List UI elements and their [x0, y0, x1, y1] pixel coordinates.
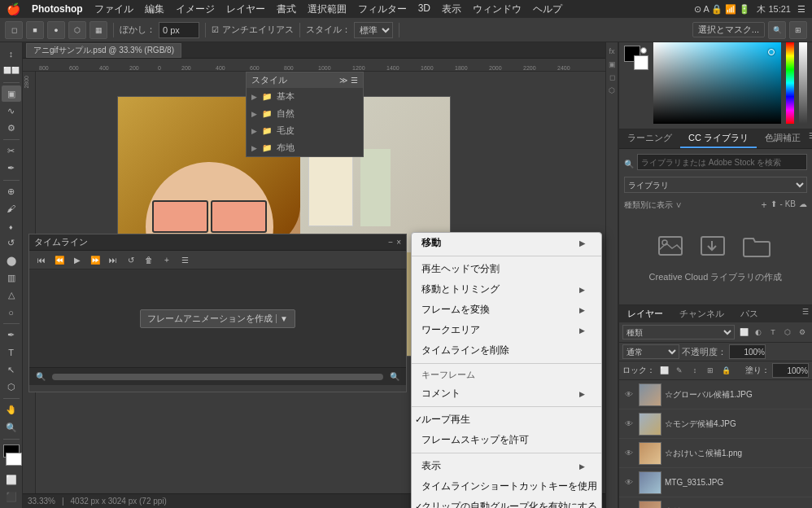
ctx-frame-skip[interactable]: フレームスキップを許可	[412, 430, 601, 450]
styles-panel-header[interactable]: スタイル ≫ ☰	[247, 72, 363, 88]
tool-hand[interactable]: 🤚	[2, 402, 21, 418]
lock-transparent-icon[interactable]: ⬜	[657, 364, 670, 377]
filter-pixel-icon[interactable]: ⬜	[737, 326, 750, 339]
tool-zoom[interactable]: 🔍	[2, 419, 21, 435]
timeline-slider-track[interactable]	[52, 374, 383, 380]
menu-help[interactable]: ヘルプ	[533, 2, 562, 16]
document-tab[interactable]: アニgifサンプル.psd @ 33.3% (RGB/8)	[26, 43, 181, 58]
menu-edit[interactable]: 編集	[145, 2, 164, 16]
timeline-close[interactable]: ×	[396, 238, 401, 247]
background-color[interactable]	[6, 453, 22, 466]
refine-edge-btn[interactable]: 選択とマスク...	[692, 22, 765, 37]
blur-input[interactable]	[159, 22, 199, 38]
quick-mask-btn[interactable]: ⬜	[2, 472, 21, 488]
color-picker-area[interactable]	[653, 42, 781, 124]
ctx-display[interactable]: 表示 ▶	[412, 456, 601, 476]
cc-upload-btn[interactable]: ⬆	[771, 199, 777, 211]
tool-gradient[interactable]: ▥	[2, 270, 21, 286]
alpha-strip[interactable]	[799, 42, 807, 124]
lock-position-icon[interactable]: ↕	[688, 364, 701, 377]
cc-search-input[interactable]	[637, 154, 807, 170]
cc-add-btn[interactable]: +	[762, 199, 767, 211]
timeline-first-frame[interactable]: ⏮	[34, 253, 49, 266]
tool-type[interactable]: T	[2, 345, 21, 361]
layers-panel-menu[interactable]: ☰	[799, 305, 812, 318]
create-animation-btn[interactable]: フレームアニメーションを作成 ▼	[140, 309, 295, 328]
layer-filter-select[interactable]: 種類	[622, 325, 735, 339]
menu-filter[interactable]: フィルター	[358, 2, 407, 16]
lock-all-icon[interactable]: 🔒	[719, 364, 732, 377]
tool-brush[interactable]: 🖌	[2, 201, 21, 217]
cc-cloud-icon[interactable]: ☁	[799, 199, 807, 211]
tool-lasso[interactable]: ∿	[2, 103, 21, 119]
cc-library-select[interactable]: ライブラリ	[624, 177, 807, 193]
tool-clone[interactable]: ⬧	[2, 218, 21, 234]
menu-layer[interactable]: レイヤー	[226, 2, 265, 16]
timeline-delete[interactable]: 🗑	[142, 253, 156, 266]
search-btn[interactable]: 🔍	[768, 21, 786, 39]
timeline-menu[interactable]: ☰	[177, 253, 192, 266]
filter-smart-icon[interactable]: ⚙	[796, 326, 809, 339]
style-select[interactable]: 標準	[354, 22, 393, 38]
menu-window[interactable]: ウィンドウ	[473, 2, 522, 16]
timeline-minimize[interactable]: −	[388, 238, 393, 247]
tool-eyedropper[interactable]: ✒	[2, 160, 21, 176]
tool-healing[interactable]: ⊕	[2, 183, 21, 199]
tool-quick-select[interactable]: ⚙	[2, 120, 21, 136]
layer-eye-2[interactable]: 👁	[622, 419, 635, 428]
hue-strip[interactable]	[786, 42, 794, 124]
apple-logo[interactable]: 🍎	[7, 2, 20, 15]
toolbar-circle-btn[interactable]: ●	[47, 21, 65, 39]
cc-panel-menu[interactable]: ☰	[809, 129, 812, 142]
ctx-move[interactable]: 移動 ▶	[412, 233, 601, 253]
layer-item-1[interactable]: 👁 ☆グローバル候補1.JPG	[619, 380, 812, 409]
layer-eye-3[interactable]: 👁	[622, 449, 635, 458]
learning-tab[interactable]: ラーニング	[619, 129, 680, 148]
tool-path-select[interactable]: ↖	[2, 362, 21, 378]
antialias-checkbox[interactable]: ☑	[212, 25, 219, 34]
color-adj-tab[interactable]: 色調補正	[757, 129, 809, 148]
timeline-loop[interactable]: ↺	[124, 253, 138, 266]
filter-shape-icon[interactable]: ⬡	[781, 326, 794, 339]
layer-eye-1[interactable]: 👁	[622, 390, 635, 399]
filter-adjust-icon[interactable]: ◐	[752, 326, 765, 339]
narrow-fx-btn[interactable]: fx	[606, 46, 618, 57]
tool-crop[interactable]: ✂	[2, 143, 21, 159]
tool-eraser[interactable]: ⬤	[2, 252, 21, 268]
ctx-split-playhead[interactable]: 再生ヘッドで分割	[412, 259, 601, 279]
ctx-workarea[interactable]: ワークエリア ▶	[412, 320, 601, 340]
tool-history-brush[interactable]: ↺	[2, 235, 21, 251]
styles-menu-icon[interactable]: ☰	[351, 76, 358, 85]
layers-tab[interactable]: レイヤー	[619, 305, 671, 322]
ctx-comment[interactable]: コメント ▶	[412, 383, 601, 404]
create-animation-arrow[interactable]: ▼	[276, 314, 288, 323]
tool-artboard[interactable]: ⬜⬜	[2, 63, 21, 78]
screen-mode-btn[interactable]: ⬛	[2, 489, 21, 505]
opacity-input[interactable]	[729, 344, 766, 359]
layer-eye-4[interactable]: 👁	[622, 478, 635, 487]
tool-selection[interactable]: ▣	[2, 85, 21, 101]
layer-item-3[interactable]: 👁 ☆おけいこ候補1.png	[619, 439, 812, 468]
ctx-delete-timeline[interactable]: タイムラインを削除	[412, 340, 601, 361]
cc-view-label[interactable]: 種類別に表示 ∨	[624, 199, 682, 211]
tool-pen[interactable]: ✒	[2, 327, 21, 343]
tool-shape[interactable]: ⬡	[2, 379, 21, 395]
timeline-next-frame[interactable]: ⏩	[88, 253, 103, 266]
timeline-prev-frame[interactable]: ⏪	[52, 253, 67, 266]
cc-lib-tab[interactable]: CC ライブラリ	[680, 129, 757, 148]
ctx-autogroup[interactable]: クリップの自動グループ化を有効にする	[412, 497, 601, 508]
narrow-btn1[interactable]: ▣	[606, 59, 618, 70]
styles-expand-icon[interactable]: ≫	[339, 76, 347, 85]
styles-item-basic[interactable]: ▶ 📁 基本	[247, 88, 363, 105]
channels-tab[interactable]: チャンネル	[671, 305, 732, 322]
menu-file[interactable]: ファイル	[94, 2, 133, 16]
filter-type-icon[interactable]: T	[766, 326, 779, 339]
ctx-move-trim[interactable]: 移動とトリミング ▶	[412, 279, 601, 300]
tool-blur[interactable]: △	[2, 287, 21, 303]
fill-input[interactable]	[772, 363, 809, 378]
toolbar-shape-btn[interactable]: ⬡	[68, 21, 86, 39]
styles-item-natural[interactable]: ▶ 📁 自然	[247, 105, 363, 122]
timeline-last-frame[interactable]: ⏭	[106, 253, 120, 266]
layer-item-4[interactable]: 👁 MTG_9315.JPG	[619, 468, 812, 497]
blend-mode-select[interactable]: 通常	[622, 344, 679, 359]
